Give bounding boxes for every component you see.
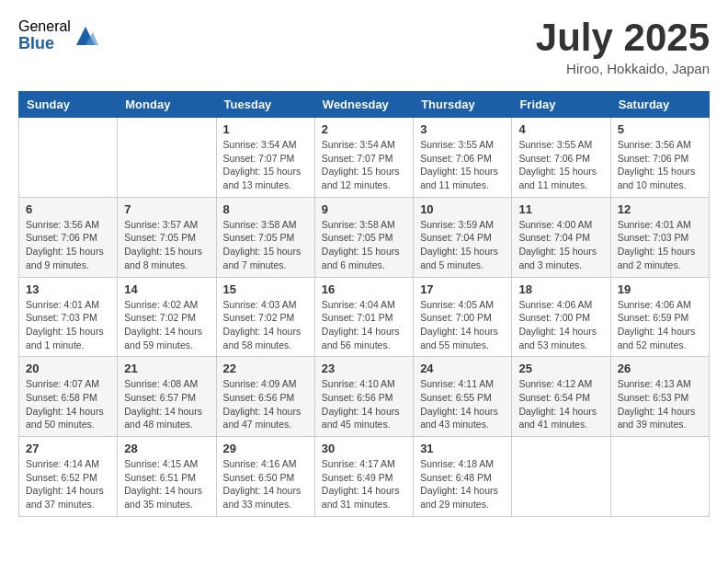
- calendar-cell: [118, 118, 216, 198]
- day-info: Sunrise: 4:07 AM Sunset: 6:58 PM Dayligh…: [26, 377, 110, 431]
- day-info: Sunrise: 3:54 AM Sunset: 7:07 PM Dayligh…: [322, 138, 406, 192]
- calendar-cell: 24Sunrise: 4:11 AM Sunset: 6:55 PM Dayli…: [414, 357, 512, 437]
- calendar-cell: 27Sunrise: 4:14 AM Sunset: 6:52 PM Dayli…: [19, 437, 118, 517]
- day-info: Sunrise: 4:00 AM Sunset: 7:04 PM Dayligh…: [518, 218, 603, 272]
- day-number: 4: [518, 122, 603, 136]
- calendar-cell: [610, 437, 709, 517]
- day-info: Sunrise: 4:03 AM Sunset: 7:02 PM Dayligh…: [223, 298, 308, 352]
- calendar-cell: 22Sunrise: 4:09 AM Sunset: 6:56 PM Dayli…: [216, 357, 314, 437]
- logo: General Blue: [18, 18, 98, 52]
- calendar-cell: 7Sunrise: 3:57 AM Sunset: 7:05 PM Daylig…: [118, 197, 216, 277]
- day-number: 10: [420, 202, 505, 216]
- day-number: 19: [618, 282, 702, 296]
- day-info: Sunrise: 4:14 AM Sunset: 6:52 PM Dayligh…: [26, 457, 110, 511]
- day-info: Sunrise: 4:17 AM Sunset: 6:49 PM Dayligh…: [322, 457, 406, 511]
- day-number: 12: [618, 202, 702, 216]
- title-area: July 2025 Hiroo, Hokkaido, Japan: [536, 18, 710, 76]
- day-info: Sunrise: 4:06 AM Sunset: 6:59 PM Dayligh…: [618, 298, 702, 352]
- calendar-cell: 5Sunrise: 3:56 AM Sunset: 7:06 PM Daylig…: [610, 118, 709, 198]
- day-number: 23: [322, 362, 406, 375]
- weekday-header: Thursday: [414, 92, 512, 118]
- day-number: 13: [26, 282, 110, 296]
- calendar-cell: [512, 437, 610, 517]
- day-number: 29: [223, 442, 308, 455]
- day-number: 7: [124, 202, 209, 216]
- calendar: SundayMondayTuesdayWednesdayThursdayFrid…: [18, 91, 710, 517]
- calendar-cell: 10Sunrise: 3:59 AM Sunset: 7:04 PM Dayli…: [414, 197, 512, 277]
- day-number: 16: [322, 282, 406, 296]
- calendar-cell: 26Sunrise: 4:13 AM Sunset: 6:53 PM Dayli…: [610, 357, 709, 437]
- calendar-cell: 28Sunrise: 4:15 AM Sunset: 6:51 PM Dayli…: [118, 437, 216, 517]
- calendar-cell: 19Sunrise: 4:06 AM Sunset: 6:59 PM Dayli…: [610, 277, 709, 357]
- day-info: Sunrise: 4:13 AM Sunset: 6:53 PM Dayligh…: [618, 377, 702, 431]
- calendar-cell: 18Sunrise: 4:06 AM Sunset: 7:00 PM Dayli…: [512, 277, 610, 357]
- calendar-week-row: 1Sunrise: 3:54 AM Sunset: 7:07 PM Daylig…: [19, 118, 710, 198]
- day-info: Sunrise: 4:12 AM Sunset: 6:54 PM Dayligh…: [518, 377, 603, 431]
- day-info: Sunrise: 4:18 AM Sunset: 6:48 PM Dayligh…: [420, 457, 505, 511]
- day-number: 9: [322, 202, 406, 216]
- calendar-cell: 4Sunrise: 3:55 AM Sunset: 7:06 PM Daylig…: [512, 118, 610, 198]
- day-info: Sunrise: 4:16 AM Sunset: 6:50 PM Dayligh…: [223, 457, 308, 511]
- calendar-cell: 8Sunrise: 3:58 AM Sunset: 7:05 PM Daylig…: [216, 197, 314, 277]
- location: Hiroo, Hokkaido, Japan: [536, 61, 710, 76]
- day-info: Sunrise: 3:58 AM Sunset: 7:05 PM Dayligh…: [223, 218, 308, 272]
- day-info: Sunrise: 4:06 AM Sunset: 7:00 PM Dayligh…: [518, 298, 603, 352]
- day-number: 24: [420, 362, 505, 375]
- day-number: 21: [124, 362, 209, 375]
- day-info: Sunrise: 4:01 AM Sunset: 7:03 PM Dayligh…: [618, 218, 702, 272]
- calendar-cell: 31Sunrise: 4:18 AM Sunset: 6:48 PM Dayli…: [414, 437, 512, 517]
- day-number: 20: [26, 362, 110, 375]
- weekday-header: Friday: [512, 92, 610, 118]
- page-header: General Blue July 2025 Hiroo, Hokkaido, …: [18, 18, 710, 76]
- day-info: Sunrise: 4:10 AM Sunset: 6:56 PM Dayligh…: [322, 377, 406, 431]
- calendar-cell: [19, 118, 118, 198]
- day-number: 27: [26, 442, 110, 455]
- day-info: Sunrise: 4:11 AM Sunset: 6:55 PM Dayligh…: [420, 377, 505, 431]
- day-number: 31: [420, 442, 505, 455]
- calendar-cell: 20Sunrise: 4:07 AM Sunset: 6:58 PM Dayli…: [19, 357, 118, 437]
- day-info: Sunrise: 4:09 AM Sunset: 6:56 PM Dayligh…: [223, 377, 308, 431]
- day-info: Sunrise: 3:58 AM Sunset: 7:05 PM Dayligh…: [322, 218, 406, 272]
- day-info: Sunrise: 3:57 AM Sunset: 7:05 PM Dayligh…: [124, 218, 209, 272]
- logo-general: General: [18, 18, 71, 35]
- day-number: 11: [518, 202, 603, 216]
- calendar-cell: 23Sunrise: 4:10 AM Sunset: 6:56 PM Dayli…: [314, 357, 413, 437]
- day-number: 26: [618, 362, 702, 375]
- weekday-header: Wednesday: [314, 92, 413, 118]
- day-number: 8: [223, 202, 308, 216]
- day-number: 18: [518, 282, 603, 296]
- day-info: Sunrise: 3:55 AM Sunset: 7:06 PM Dayligh…: [420, 138, 505, 192]
- day-number: 14: [124, 282, 209, 296]
- calendar-cell: 3Sunrise: 3:55 AM Sunset: 7:06 PM Daylig…: [414, 118, 512, 198]
- weekday-header: Saturday: [610, 92, 709, 118]
- calendar-cell: 2Sunrise: 3:54 AM Sunset: 7:07 PM Daylig…: [314, 118, 413, 198]
- logo-blue: Blue: [18, 35, 71, 53]
- calendar-cell: 6Sunrise: 3:56 AM Sunset: 7:06 PM Daylig…: [19, 197, 118, 277]
- day-info: Sunrise: 3:56 AM Sunset: 7:06 PM Dayligh…: [26, 218, 110, 272]
- day-number: 25: [518, 362, 603, 375]
- weekday-header-row: SundayMondayTuesdayWednesdayThursdayFrid…: [19, 92, 710, 118]
- day-info: Sunrise: 3:54 AM Sunset: 7:07 PM Dayligh…: [223, 138, 308, 192]
- calendar-cell: 13Sunrise: 4:01 AM Sunset: 7:03 PM Dayli…: [19, 277, 118, 357]
- calendar-cell: 12Sunrise: 4:01 AM Sunset: 7:03 PM Dayli…: [610, 197, 709, 277]
- day-number: 15: [223, 282, 308, 296]
- day-number: 2: [322, 122, 406, 136]
- calendar-cell: 15Sunrise: 4:03 AM Sunset: 7:02 PM Dayli…: [216, 277, 314, 357]
- calendar-cell: 11Sunrise: 4:00 AM Sunset: 7:04 PM Dayli…: [512, 197, 610, 277]
- calendar-week-row: 27Sunrise: 4:14 AM Sunset: 6:52 PM Dayli…: [19, 437, 710, 517]
- calendar-week-row: 13Sunrise: 4:01 AM Sunset: 7:03 PM Dayli…: [19, 277, 710, 357]
- day-info: Sunrise: 3:55 AM Sunset: 7:06 PM Dayligh…: [518, 138, 603, 192]
- day-number: 3: [420, 122, 505, 136]
- calendar-cell: 30Sunrise: 4:17 AM Sunset: 6:49 PM Dayli…: [314, 437, 413, 517]
- weekday-header: Monday: [118, 92, 216, 118]
- calendar-week-row: 20Sunrise: 4:07 AM Sunset: 6:58 PM Dayli…: [19, 357, 710, 437]
- day-info: Sunrise: 4:04 AM Sunset: 7:01 PM Dayligh…: [322, 298, 406, 352]
- day-info: Sunrise: 4:02 AM Sunset: 7:02 PM Dayligh…: [124, 298, 209, 352]
- calendar-cell: 1Sunrise: 3:54 AM Sunset: 7:07 PM Daylig…: [216, 118, 314, 198]
- calendar-cell: 17Sunrise: 4:05 AM Sunset: 7:00 PM Dayli…: [414, 277, 512, 357]
- weekday-header: Tuesday: [216, 92, 314, 118]
- calendar-cell: 14Sunrise: 4:02 AM Sunset: 7:02 PM Dayli…: [118, 277, 216, 357]
- calendar-cell: 29Sunrise: 4:16 AM Sunset: 6:50 PM Dayli…: [216, 437, 314, 517]
- day-info: Sunrise: 4:08 AM Sunset: 6:57 PM Dayligh…: [124, 377, 209, 431]
- calendar-cell: 25Sunrise: 4:12 AM Sunset: 6:54 PM Dayli…: [512, 357, 610, 437]
